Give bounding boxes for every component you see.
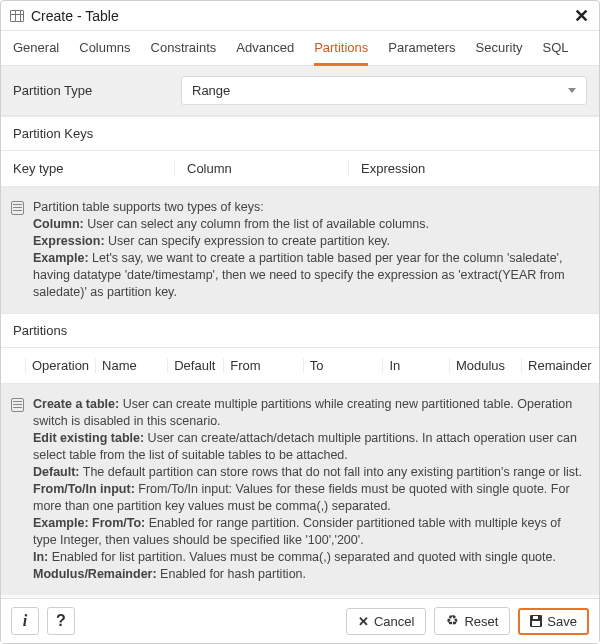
partition-keys-grid-header: Key type Column Expression — [1, 151, 599, 187]
tab-parameters[interactable]: Parameters — [388, 40, 455, 66]
dialog-footer: i ? ✕ Cancel ♻ Reset Save — [1, 598, 599, 643]
tab-general[interactable]: General — [13, 40, 59, 66]
tab-advanced[interactable]: Advanced — [236, 40, 294, 66]
partitions-header: Partitions — [1, 313, 599, 348]
col-operation: Operation — [25, 358, 95, 373]
dialog-titlebar: Create - Table ✕ — [1, 1, 599, 31]
help-button[interactable]: ? — [47, 607, 75, 635]
reset-button[interactable]: ♻ Reset — [434, 607, 510, 635]
col-expression: Expression — [348, 161, 599, 176]
info-partition-keys: Partition table supports two types of ke… — [1, 187, 599, 313]
col-modulus: Modulus — [449, 358, 521, 373]
tab-security[interactable]: Security — [476, 40, 523, 66]
close-icon[interactable]: ✕ — [574, 9, 589, 23]
partition-type-select[interactable]: Range — [181, 76, 587, 105]
partition-type-row: Partition Type Range — [1, 66, 599, 116]
table-icon — [10, 10, 24, 22]
info-text: Create a table: User can create multiple… — [33, 396, 587, 583]
tab-sql[interactable]: SQL — [543, 40, 569, 66]
cancel-button[interactable]: ✕ Cancel — [346, 608, 426, 635]
col-column: Column — [174, 161, 348, 176]
note-icon — [11, 398, 24, 412]
tab-partitions[interactable]: Partitions — [314, 40, 368, 66]
save-button[interactable]: Save — [518, 608, 589, 635]
col-default: Default — [167, 358, 223, 373]
create-table-dialog: Create - Table ✕ General Columns Constra… — [0, 0, 600, 644]
partitions-grid-header: Operation Name Default From To In Modulu… — [1, 348, 599, 384]
tab-constraints[interactable]: Constraints — [151, 40, 217, 66]
col-to: To — [303, 358, 383, 373]
note-icon — [11, 201, 24, 215]
partition-type-label: Partition Type — [13, 83, 181, 98]
tabs: General Columns Constraints Advanced Par… — [1, 31, 599, 66]
col-name: Name — [95, 358, 167, 373]
caret-down-icon — [568, 88, 576, 93]
col-key-type: Key type — [1, 161, 174, 176]
save-icon — [530, 615, 542, 627]
cancel-x-icon: ✕ — [358, 614, 369, 629]
info-text: Partition table supports two types of ke… — [33, 199, 587, 301]
tab-columns[interactable]: Columns — [79, 40, 130, 66]
reset-icon: ♻ — [446, 612, 459, 628]
dialog-title: Create - Table — [31, 8, 574, 24]
info-partitions: Create a table: User can create multiple… — [1, 384, 599, 595]
col-from: From — [223, 358, 303, 373]
col-in: In — [382, 358, 449, 373]
partition-type-value: Range — [192, 83, 230, 98]
dialog-body: Partition Type Range Partition Keys Key … — [1, 66, 599, 598]
col-remainder: Remainder — [521, 358, 599, 373]
partition-keys-header: Partition Keys — [1, 116, 599, 151]
info-button[interactable]: i — [11, 607, 39, 635]
